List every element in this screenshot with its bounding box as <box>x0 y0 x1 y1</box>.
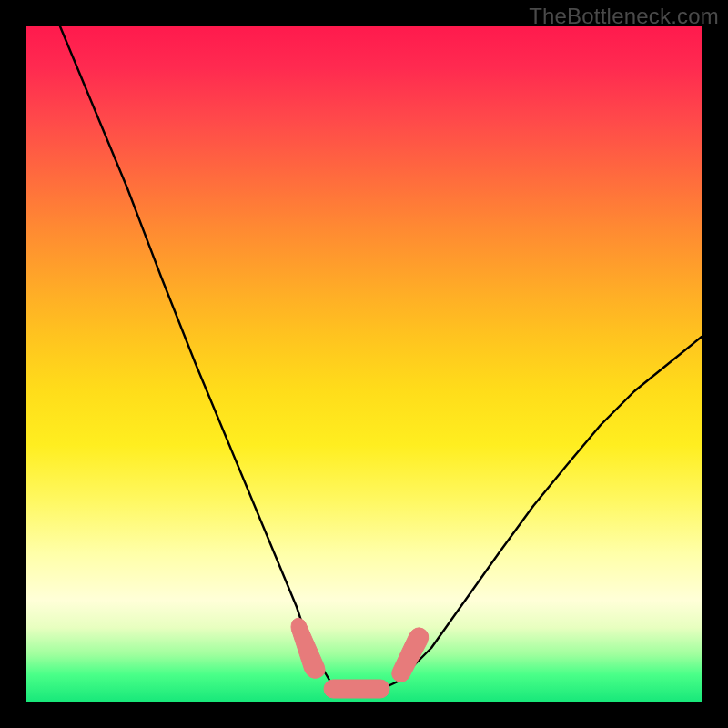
watermark-text: TheBottleneck.com <box>529 4 719 29</box>
chart-frame: TheBottleneck.com <box>0 0 728 728</box>
plot-area <box>26 26 702 702</box>
marker-group <box>291 618 429 698</box>
salmon-segment-bottom <box>324 680 389 698</box>
chart-svg <box>26 26 702 702</box>
bottleneck-curve <box>60 26 702 688</box>
salmon-segment-left <box>291 618 325 678</box>
